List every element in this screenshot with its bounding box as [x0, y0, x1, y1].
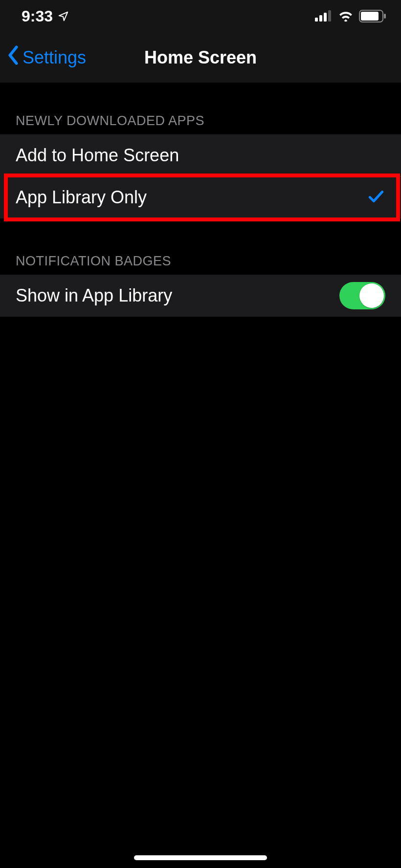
svg-rect-2	[324, 13, 327, 22]
svg-rect-3	[328, 10, 331, 22]
group-newly-downloaded: Add to Home Screen App Library Only	[0, 134, 401, 218]
row-label: App Library Only	[16, 187, 147, 208]
row-label: Add to Home Screen	[16, 145, 179, 166]
status-time: 9:33	[22, 7, 53, 25]
nav-bar: Settings Home Screen	[0, 32, 401, 83]
location-icon	[58, 11, 68, 22]
checkmark-icon	[367, 187, 385, 208]
group-notification-badges: Show in App Library	[0, 275, 401, 317]
row-show-in-app-library: Show in App Library	[0, 275, 401, 317]
svg-rect-5	[361, 12, 379, 21]
chevron-left-icon	[7, 45, 20, 69]
section-header-newly-downloaded: Newly Downloaded Apps	[0, 83, 401, 134]
wifi-icon	[337, 10, 354, 22]
home-indicator	[134, 855, 267, 860]
row-label: Show in App Library	[16, 285, 172, 306]
section-header-notification-badges: Notification Badges	[0, 218, 401, 275]
battery-icon	[359, 10, 386, 22]
page-title: Home Screen	[144, 47, 257, 68]
status-left: 9:33	[22, 7, 68, 25]
toggle-show-in-app-library[interactable]	[339, 282, 385, 309]
status-bar: 9:33	[0, 0, 401, 32]
status-right	[315, 10, 386, 22]
option-add-to-home-screen[interactable]: Add to Home Screen	[0, 134, 401, 176]
cellular-signal-icon	[315, 10, 333, 22]
svg-rect-6	[384, 14, 386, 19]
toggle-knob	[359, 283, 384, 308]
svg-rect-0	[315, 18, 318, 22]
back-label: Settings	[22, 47, 86, 68]
svg-rect-1	[319, 15, 322, 22]
back-button[interactable]: Settings	[7, 45, 86, 69]
option-app-library-only[interactable]: App Library Only	[0, 176, 401, 218]
